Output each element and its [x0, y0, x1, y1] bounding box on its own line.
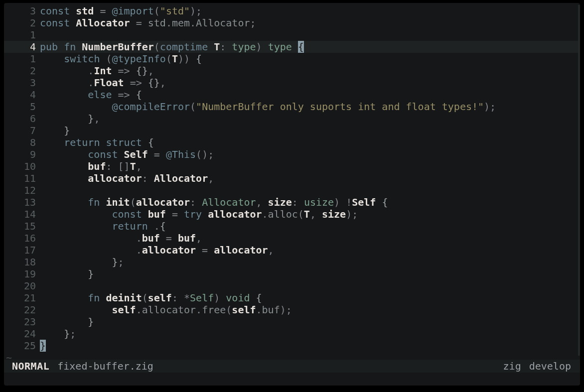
code-content: buf: []T,: [40, 160, 142, 172]
code-line[interactable]: 12: [4, 184, 580, 196]
line-number: 11: [4, 172, 40, 184]
token-punct: .: [148, 220, 160, 232]
code-line[interactable]: 18 };: [4, 256, 580, 268]
token-dim: Allocator: [196, 17, 250, 29]
token-kw: struct: [106, 136, 142, 148]
code-line[interactable]: 19 }: [4, 268, 580, 280]
code-line[interactable]: 11 allocator: Allocator,: [4, 172, 580, 184]
code-line[interactable]: 14 const buf = try allocator.alloc(T, si…: [4, 208, 580, 220]
token-dim: buf: [262, 304, 280, 316]
terminal-window: 3const std = @import("std");2const Alloc…: [4, 3, 580, 386]
token-brace: }: [88, 113, 94, 125]
token-punct: )): [178, 53, 196, 65]
token-punct: [40, 220, 112, 232]
token-brace: {: [160, 220, 166, 232]
code-line[interactable]: 4pub fn NumberBuffer(comptime T: type) t…: [4, 41, 580, 53]
token-brace: {}: [148, 77, 160, 89]
code-content: switch (@typeInfo(T)) {: [40, 53, 202, 65]
code-line[interactable]: 1: [4, 29, 580, 41]
code-line[interactable]: 2 .Int => {},: [4, 65, 580, 77]
token-builtin: @compileError: [112, 101, 190, 113]
token-punct: ,: [196, 232, 202, 244]
token-punct: (: [226, 304, 232, 316]
token-punct: ,: [94, 113, 100, 125]
line-number: 1: [4, 29, 40, 41]
code-content: else => {: [40, 89, 142, 101]
token-ident: allocator: [208, 208, 262, 220]
code-line[interactable]: 10 buf: []T,: [4, 160, 580, 172]
token-punct: .: [190, 17, 196, 29]
code-content: const Allocator = std.mem.Allocator;: [40, 17, 256, 29]
code-line[interactable]: 25}: [4, 340, 580, 352]
code-line[interactable]: 13 fn init(allocator: Allocator, size: u…: [4, 196, 580, 208]
token-punct: [40, 125, 64, 136]
token-ident: Self: [124, 148, 148, 160]
code-line[interactable]: 9 const Self = @This();: [4, 148, 580, 160]
line-number: 18: [4, 256, 40, 268]
token-punct: );: [484, 101, 496, 113]
token-punct: :: [190, 196, 202, 208]
token-punct: =: [94, 5, 112, 17]
token-str: "std": [160, 5, 190, 17]
token-punct: );: [346, 208, 358, 220]
code-line[interactable]: 5 @compileError("NumberBuffer only supor…: [4, 101, 580, 113]
code-content: @compileError("NumberBuffer only suports…: [40, 101, 496, 113]
line-number: 22: [4, 304, 40, 316]
code-line[interactable]: 3const std = @import("std");: [4, 5, 580, 17]
token-ident: size: [268, 196, 292, 208]
code-line[interactable]: 8 return struct {: [4, 136, 580, 148]
code-line[interactable]: 4 else => {: [4, 89, 580, 101]
token-fnname: NumberBuffer: [82, 41, 154, 53]
code-line[interactable]: 24 };: [4, 328, 580, 340]
token-brace: {: [382, 196, 388, 208]
code-line[interactable]: 6 },: [4, 113, 580, 125]
token-punct: (: [154, 41, 160, 53]
token-punct: =: [160, 232, 178, 244]
code-line[interactable]: 15 return .{: [4, 220, 580, 232]
token-ident: buf: [178, 232, 196, 244]
token-punct: [376, 196, 382, 208]
token-punct: ,: [256, 196, 268, 208]
token-ty: Allocator: [202, 196, 256, 208]
token-punct: .: [136, 304, 142, 316]
code-content: return .{: [40, 220, 166, 232]
code-line[interactable]: 22 self.allocator.free(self.buf);: [4, 304, 580, 316]
line-number: 6: [4, 113, 40, 125]
code-line[interactable]: 21 fn deinit(self: *Self) void {: [4, 292, 580, 304]
line-number: 4: [4, 89, 40, 101]
code-line[interactable]: 1 switch (@typeInfo(T)) {: [4, 53, 580, 65]
code-line[interactable]: 2const Allocator = std.mem.Allocator;: [4, 17, 580, 29]
token-punct: ): [256, 41, 268, 53]
token-ident: T: [304, 208, 310, 220]
token-punct: [292, 41, 298, 53]
code-editor[interactable]: 3const std = @import("std");2const Alloc…: [4, 3, 580, 352]
line-number: 20: [4, 280, 40, 292]
token-punct: [40, 113, 88, 125]
token-brace: }: [64, 328, 70, 340]
token-ident: buf: [88, 160, 106, 172]
token-punct: [40, 160, 88, 172]
code-content: };: [40, 256, 124, 268]
code-line[interactable]: 20: [4, 280, 580, 292]
line-number: 19: [4, 268, 40, 280]
line-number: 12: [4, 184, 40, 196]
token-punct: [40, 101, 112, 113]
token-ident: self: [112, 304, 136, 316]
cursor: }: [40, 340, 46, 352]
token-punct: =>: [124, 77, 148, 89]
code-line[interactable]: 3 .Float => {},: [4, 77, 580, 89]
line-number: 2: [4, 65, 40, 77]
token-ident: self: [232, 304, 256, 316]
code-line[interactable]: 23 }: [4, 316, 580, 328]
scrollbar[interactable]: [578, 5, 580, 356]
code-line[interactable]: 7 }: [4, 125, 580, 136]
line-number: 7: [4, 125, 40, 136]
token-punct: ;: [118, 256, 124, 268]
token-punct: .: [256, 304, 262, 316]
token-kw: switch: [64, 53, 100, 65]
token-ident: T: [214, 41, 220, 53]
token-punct: (: [166, 53, 172, 65]
code-line[interactable]: 16 .buf = buf,: [4, 232, 580, 244]
code-line[interactable]: 17 .allocator = allocator,: [4, 244, 580, 256]
line-number: 17: [4, 244, 40, 256]
